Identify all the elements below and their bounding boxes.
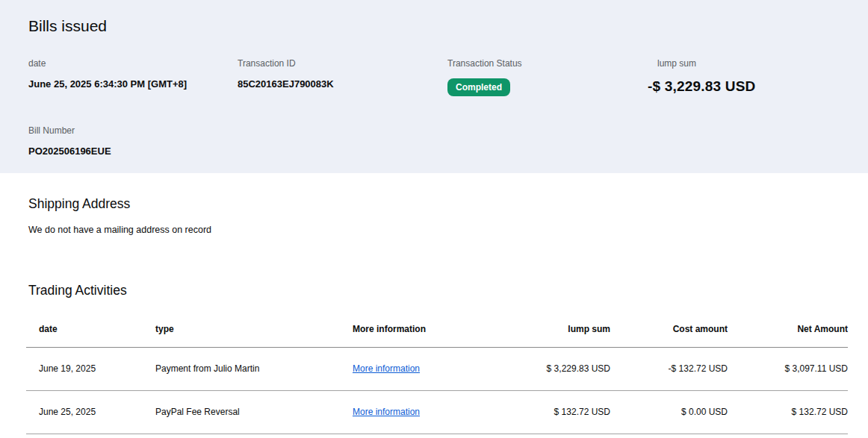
column-header-date: date [26, 315, 155, 348]
row-date: June 19, 2025 [26, 348, 155, 391]
field-bill-number-value: PO202506196EUE [28, 146, 238, 157]
page-title: Bills issued [28, 16, 840, 36]
column-header-type: type [155, 315, 353, 348]
row-net-amount: $ 132.72 USD [728, 391, 848, 434]
column-header-cost-amount: Cost amount [610, 315, 728, 348]
field-transaction-status: Transaction Status Completed [447, 58, 657, 96]
row-cost-amount: -$ 132.72 USD [610, 348, 728, 391]
table-header-row: date type More information lump sum Cost… [26, 315, 848, 348]
more-information-link[interactable]: More information [353, 407, 420, 417]
summary-panel: Bills issued date June 25, 2025 6:34:30 … [0, 0, 868, 173]
row-lump-sum: $ 132.72 USD [519, 391, 610, 434]
column-header-lump-sum: lump sum [519, 315, 610, 348]
shipping-address-message: We do not have a mailing address on reco… [28, 225, 840, 236]
row-date: June 25, 2025 [26, 391, 155, 434]
column-header-net-amount: Net Amount [728, 315, 848, 348]
field-date-label: date [28, 58, 238, 69]
summary-fields: date June 25, 2025 6:34:30 PM [GMT+8] Tr… [28, 58, 840, 157]
field-date-value: June 25, 2025 6:34:30 PM [GMT+8] [28, 78, 238, 90]
field-lump-sum-label: lump sum [657, 58, 840, 69]
trading-activities-heading: Trading Activities [28, 282, 840, 298]
table-row: June 19, 2025 Payment from Julio Martin … [26, 348, 848, 391]
field-transaction-status-label: Transaction Status [447, 58, 657, 69]
status-badge: Completed [447, 78, 510, 96]
row-lump-sum: $ 3,229.83 USD [519, 348, 610, 391]
field-transaction-id: Transaction ID 85C20163EJ790083K [238, 58, 447, 96]
field-bill-number: Bill Number PO202506196EUE [28, 125, 238, 157]
field-transaction-id-label: Transaction ID [238, 58, 447, 69]
table-row: June 25, 2025 PayPal Fee Reversal More i… [26, 391, 848, 434]
row-net-amount: $ 3,097.11 USD [728, 348, 848, 391]
column-header-more-information: More information [353, 315, 519, 348]
row-type: PayPal Fee Reversal [155, 391, 353, 434]
field-date: date June 25, 2025 6:34:30 PM [GMT+8] [28, 58, 238, 96]
main-content: Shipping Address We do not have a mailin… [0, 195, 868, 434]
field-lump-sum: lump sum -$ 3,229.83 USD [657, 58, 840, 96]
row-type: Payment from Julio Martin [155, 348, 353, 391]
field-lump-sum-value: -$ 3,229.83 USD [648, 78, 840, 95]
more-information-link[interactable]: More information [353, 363, 420, 374]
row-cost-amount: $ 0.00 USD [610, 391, 728, 434]
shipping-address-heading: Shipping Address [28, 195, 840, 212]
trading-activities-table: date type More information lump sum Cost… [26, 315, 848, 434]
field-transaction-id-value: 85C20163EJ790083K [238, 78, 447, 90]
field-bill-number-label: Bill Number [28, 125, 238, 136]
